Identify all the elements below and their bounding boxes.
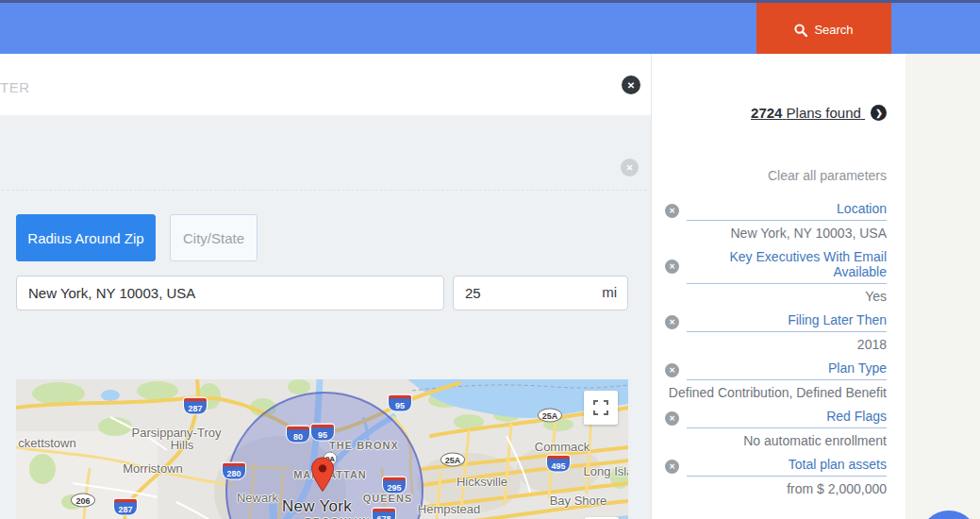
right-background-strip — [905, 54, 980, 519]
filter-row-header: ✕Total plan assets — [665, 457, 887, 477]
filter-panel: TER ✕ ✕ Radius Around Zip City/State mi — [0, 54, 651, 519]
plans-found-row: 2724 Plans found ❯ — [751, 105, 887, 121]
filter-panel-body: ✕ Radius Around Zip City/State mi — [0, 115, 651, 519]
map-canvas — [16, 379, 628, 519]
filter-row-header: ✕Red Flags — [665, 409, 887, 428]
filter-label-link[interactable]: Total plan assets — [687, 457, 887, 477]
filter-value: Defined Contribution, Defined Benefit — [665, 385, 887, 400]
filter-value: No automatic enrollment — [665, 433, 887, 448]
close-panel-icon[interactable]: ✕ — [622, 75, 640, 94]
filter-value: 2018 — [665, 337, 887, 352]
chevron-right-icon[interactable]: ❯ — [871, 105, 887, 121]
filter-row: ✕Key Executives With Email AvailableYes — [665, 249, 887, 304]
plans-found-count: 2724 — [751, 105, 782, 121]
map-fullscreen-button[interactable] — [584, 391, 618, 425]
app-window: Search TER ✕ ✕ Radius Around Zip City/St… — [0, 0, 980, 519]
filter-row-header: ✕Location — [665, 201, 887, 221]
remove-filter-icon[interactable]: ✕ — [665, 204, 679, 218]
map-pin-marker — [310, 457, 335, 493]
tab-city-state[interactable]: City/State — [170, 214, 257, 261]
remove-filter-icon[interactable]: ✕ — [665, 363, 679, 377]
fullscreen-icon — [593, 400, 608, 415]
filter-row: ✕Plan TypeDefined Contribution, Defined … — [665, 360, 887, 400]
search-button-label: Search — [814, 23, 853, 37]
filter-row-header: ✕Key Executives With Email Available — [665, 249, 887, 284]
clear-all-parameters-link[interactable]: Clear all parameters — [768, 168, 887, 183]
section-divider — [2, 190, 647, 191]
plans-found-label: Plans found — [787, 105, 861, 121]
radius-input[interactable] — [453, 276, 628, 310]
panel-title-cut: TER — [0, 79, 30, 95]
radius-field: mi — [453, 276, 628, 310]
applied-filters-list: ✕LocationNew York, NY 10003, USA✕Key Exe… — [665, 201, 887, 505]
search-button[interactable]: Search — [756, 3, 891, 57]
filter-row: ✕Red FlagsNo automatic enrollment — [665, 409, 887, 448]
remove-filter-icon[interactable]: ✕ — [665, 411, 679, 426]
map-container[interactable]: ckettstownParsippany-TroyHillsMorristown… — [16, 379, 628, 519]
filter-row: ✕Total plan assetsfrom $ 2,000,000 — [665, 457, 887, 496]
plans-found-link[interactable]: 2724 Plans found — [751, 105, 865, 121]
filter-label-link[interactable]: Location — [687, 201, 887, 221]
filter-row: ✕LocationNew York, NY 10003, USA — [665, 201, 887, 241]
remove-filter-icon[interactable]: ✕ — [665, 460, 679, 474]
tab-radius-around-zip[interactable]: Radius Around Zip — [16, 214, 156, 261]
filter-label-link[interactable]: Key Executives With Email Available — [687, 249, 887, 284]
top-header-bar: Search — [0, 0, 980, 54]
filter-row: ✕Filing Later Then2018 — [665, 312, 887, 352]
filter-label-link[interactable]: Red Flags — [687, 409, 887, 428]
filter-value: from $ 2,000,000 — [665, 481, 887, 496]
location-input[interactable] — [16, 276, 444, 310]
filter-label-link[interactable]: Filing Later Then — [687, 312, 887, 332]
filter-row-header: ✕Plan Type — [665, 360, 887, 380]
search-icon — [794, 24, 807, 37]
close-section-icon[interactable]: ✕ — [621, 159, 639, 176]
remove-filter-icon[interactable]: ✕ — [665, 315, 679, 329]
remove-filter-icon[interactable]: ✕ — [665, 260, 679, 274]
filter-row-header: ✕Filing Later Then — [665, 312, 887, 332]
filter-label-link[interactable]: Plan Type — [687, 360, 887, 380]
filter-value: Yes — [665, 289, 887, 304]
filter-value: New York, NY 10003, USA — [665, 226, 887, 241]
results-sidebar: 2724 Plans found ❯ Clear all parameters … — [651, 54, 905, 519]
